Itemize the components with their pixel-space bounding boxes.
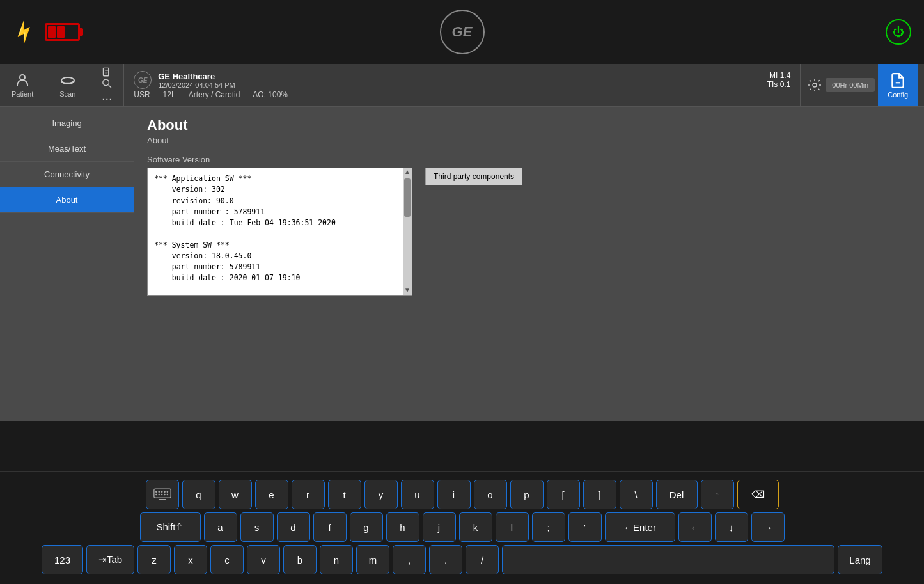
key-v[interactable]: v (247, 545, 280, 574)
key-period[interactable]: . (429, 545, 462, 574)
key-e[interactable]: e (255, 480, 288, 509)
keyboard-toggle-key[interactable] (146, 480, 179, 509)
third-party-btn-wrapper: Third party components (425, 168, 522, 185)
patient-icon (15, 73, 30, 88)
config-icon (889, 72, 906, 89)
key-backslash[interactable]: \ (620, 480, 653, 509)
version-text-content: *** Application SW *** version: 302 revi… (148, 168, 402, 296)
key-del[interactable]: Del (656, 480, 698, 509)
ge-logo: GE (440, 10, 485, 54)
more-label: ... (102, 88, 113, 103)
key-m[interactable]: m (356, 545, 389, 574)
key-comma[interactable]: , (393, 545, 426, 574)
key-up-arrow[interactable]: ↑ (701, 480, 734, 509)
timer-display: 00Hr 00Min (826, 78, 875, 92)
key-c[interactable]: c (210, 545, 244, 574)
key-l[interactable]: l (496, 512, 529, 542)
sidebar-item-connectivity[interactable]: Connectivity (0, 162, 134, 187)
content-panel: About About Software Version *** Applica… (134, 107, 924, 421)
top-bar-right: ⏻ (886, 19, 911, 45)
scrollbar-thumb[interactable] (404, 178, 411, 217)
power-button[interactable]: ⏻ (886, 19, 911, 45)
key-bracket-open[interactable]: [ (547, 480, 580, 509)
svg-rect-7 (153, 489, 170, 498)
key-w[interactable]: w (219, 480, 252, 509)
keyboard-area: q w e r t y u i o p [ ] \ Del ↑ ⌫ Shift⇧… (0, 471, 924, 584)
top-bar: ⚡ GE ⏻ (0, 0, 924, 64)
key-slash[interactable]: / (466, 545, 499, 574)
key-n[interactable]: n (320, 545, 353, 574)
key-lang[interactable]: Lang (838, 545, 882, 574)
version-box-container: *** Application SW *** version: 302 revi… (147, 168, 911, 296)
key-j[interactable]: j (423, 512, 456, 542)
mi-value: MI 1.4 (769, 71, 790, 80)
key-p[interactable]: p (510, 480, 544, 509)
key-f[interactable]: f (313, 512, 347, 542)
key-semicolon[interactable]: ; (532, 512, 565, 542)
key-space[interactable] (502, 545, 834, 574)
version-text-box[interactable]: *** Application SW *** version: 302 revi… (147, 168, 412, 296)
scrollbar-arrow-down[interactable]: ▼ (404, 287, 411, 294)
header-info: GE GE Healthcare 12/02/2024 04:04:54 PM … (124, 64, 800, 106)
key-r[interactable]: r (292, 480, 325, 509)
key-k[interactable]: k (459, 512, 492, 542)
key-quote[interactable]: ' (568, 512, 602, 542)
keyboard-row-2: Shift⇧ a s d f g h j k l ; ' ←Enter ← ↓ … (6, 512, 918, 542)
keyboard-icon (153, 488, 171, 501)
key-g[interactable]: g (350, 512, 383, 542)
header-mi: MI 1.4 TIs 0.1 (767, 71, 791, 89)
header-right-panel: 00Hr 00Min Config (800, 64, 924, 106)
key-y[interactable]: y (364, 480, 398, 509)
ge-small-logo: GE (134, 71, 152, 89)
key-a[interactable]: a (204, 512, 237, 542)
scrollbar-arrow-up[interactable]: ▲ (404, 168, 411, 175)
key-i[interactable]: i (437, 480, 471, 509)
scan-label: Scan (59, 90, 75, 98)
sidebar-item-imaging[interactable]: Imaging (0, 111, 134, 136)
patient-label: Patient (12, 90, 33, 98)
key-b[interactable]: b (283, 545, 317, 574)
key-down-arrow[interactable]: ↓ (715, 512, 748, 542)
key-right-arrow[interactable]: → (751, 512, 785, 542)
key-bracket-close[interactable]: ] (583, 480, 616, 509)
settings-icon (807, 77, 822, 93)
scan-nav-button[interactable]: Scan (45, 64, 90, 106)
plug-icon: ⚡ (9, 17, 39, 47)
svg-point-5 (813, 83, 817, 87)
usr-label: USR (134, 90, 150, 99)
key-u[interactable]: u (401, 480, 434, 509)
key-z[interactable]: z (137, 545, 171, 574)
version-scrollbar[interactable]: ▲ ▼ (403, 168, 412, 295)
key-t[interactable]: t (328, 480, 361, 509)
datetime: 12/02/2024 04:04:54 PM (158, 81, 235, 89)
scan-icon (60, 73, 75, 88)
key-123[interactable]: 123 (42, 545, 83, 574)
sidebar-item-about[interactable]: About (0, 187, 134, 213)
svg-point-0 (20, 75, 25, 80)
software-version-label: Software Version (147, 155, 911, 164)
key-left-arrow[interactable]: ← (678, 512, 712, 542)
third-party-button[interactable]: Third party components (425, 168, 522, 185)
key-s[interactable]: s (240, 512, 274, 542)
header-info-bottom: USR 12L Artery / Carotid AO: 100% (134, 90, 790, 99)
config-button[interactable]: Config (878, 64, 918, 106)
more-nav-button[interactable]: ... (90, 64, 124, 106)
key-h[interactable]: h (386, 512, 419, 542)
keyboard-row-1: q w e r t y u i o p [ ] \ Del ↑ ⌫ (6, 480, 918, 509)
company-name: GE Healthcare 12/02/2024 04:04:54 PM (158, 72, 235, 89)
key-tab[interactable]: ⇥Tab (86, 545, 134, 574)
key-q[interactable]: q (182, 480, 215, 509)
key-x[interactable]: x (174, 545, 207, 574)
key-enter[interactable]: ←Enter (605, 512, 675, 542)
probe-label: 12L (163, 90, 176, 99)
key-backspace[interactable]: ⌫ (737, 480, 779, 509)
key-shift[interactable]: Shift⇧ (140, 512, 201, 542)
battery-icon (45, 23, 80, 41)
key-o[interactable]: o (474, 480, 507, 509)
svg-point-3 (103, 79, 109, 86)
page-title: About (147, 117, 911, 134)
patient-nav-button[interactable]: Patient (0, 64, 45, 106)
key-d[interactable]: d (277, 512, 310, 542)
sidebar-item-meastext[interactable]: Meas/Text (0, 136, 134, 162)
top-bar-left: ⚡ (13, 22, 80, 43)
